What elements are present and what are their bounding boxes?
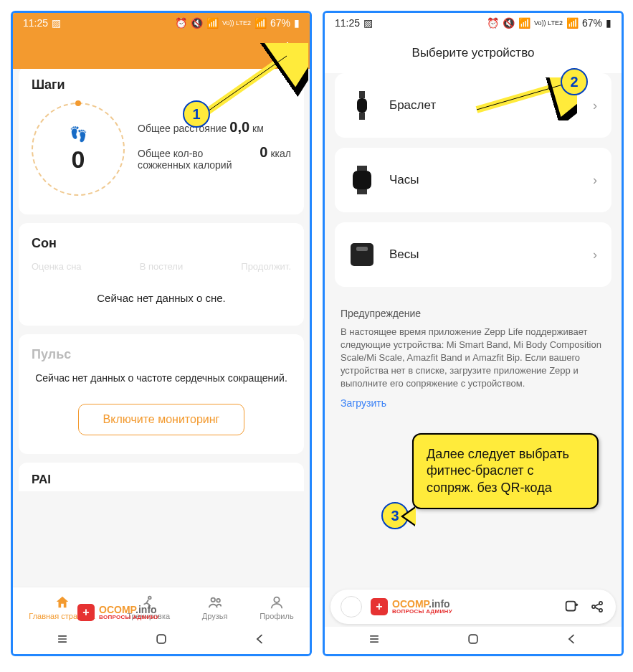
svg-line-35 (477, 85, 563, 110)
svg-point-3 (211, 597, 215, 602)
annotation-callout: Далее следует выбрать фитнес-браслет с с… (412, 433, 599, 509)
pulse-card[interactable]: Пульс Сейчас нет данных о частоте сердеч… (19, 334, 304, 454)
svg-rect-9 (157, 635, 166, 643)
warning-block: Предупреждение В настоящее время приложе… (325, 297, 622, 420)
mute-icon: 🔇 (191, 17, 203, 29)
ocomp-watermark: + OCOMP.info ВОПРОСЫ АДМИНУ (371, 598, 554, 615)
wifi-icon: 📶 (518, 17, 530, 29)
battery-text: 67% (270, 17, 290, 29)
home-button[interactable] (154, 632, 168, 649)
svg-rect-16 (351, 243, 373, 266)
ocomp-plus-icon: + (371, 598, 388, 615)
sleep-no-data: Сейчас нет данных о сне. (32, 292, 291, 304)
warning-title: Предупреждение (341, 307, 606, 321)
ocomp-sub: ВОПРОСЫ АДМИНУ (99, 615, 159, 620)
home-button[interactable] (466, 632, 480, 649)
signal-icon: 📶 (254, 17, 267, 29)
svg-rect-18 (566, 602, 576, 611)
status-time: 11:25 (23, 17, 48, 29)
sleep-card[interactable]: Сон Оценка сна В постели Продолжит. Сейч… (19, 223, 304, 326)
share-button[interactable] (589, 600, 606, 614)
calories-unit: ккал (270, 148, 291, 159)
chevron-right-icon: › (593, 98, 597, 113)
svg-point-2 (148, 596, 151, 599)
download-link[interactable]: Загрузить (341, 397, 606, 411)
steps-progress-circle: 👣 0 (32, 103, 125, 196)
scale-icon (349, 238, 375, 271)
pai-title: PAI (32, 473, 51, 486)
recent-apps-button[interactable] (55, 632, 70, 649)
battery-text: 67% (582, 17, 602, 29)
svg-line-32 (208, 56, 287, 111)
ocomp-plus-icon: + (77, 604, 95, 621)
sleep-duration-label: Продолжит. (241, 261, 291, 272)
home-icon (54, 595, 70, 610)
svg-point-4 (216, 598, 220, 602)
alarm-icon: ⏰ (175, 17, 187, 29)
battery-icon: ▮ (294, 17, 300, 29)
distance-unit: км (252, 123, 264, 134)
pulse-no-data: Сейчас нет данных о частоте сердечных со… (32, 372, 291, 384)
calories-label: Общее кол-во сожженных калорий (138, 148, 257, 171)
add-tab-button[interactable] (563, 599, 580, 615)
browser-bar: + OCOMP.info ВОПРОСЫ АДМИНУ (330, 590, 616, 624)
svg-point-5 (274, 597, 279, 602)
system-nav (325, 627, 622, 654)
nav-friends-label: Друзья (202, 612, 228, 620)
image-icon: ▨ (52, 17, 61, 29)
pulse-title: Пульс (32, 347, 291, 362)
nav-friends[interactable]: Друзья (202, 595, 228, 620)
distance-label: Общее расстояние (138, 123, 227, 134)
band-icon (349, 89, 375, 122)
signal-icon: 📶 (566, 17, 579, 29)
status-bar: 11:25 ▨ ⏰ 🔇 📶 Vo)) LTE2 📶 67% ▮ (13, 13, 310, 33)
sleep-score-label: Оценка сна (32, 261, 82, 272)
ocomp-watermark: + OCOMP.info ВОПРОСЫ АДМИНУ (77, 604, 159, 621)
back-button[interactable] (565, 632, 579, 649)
annotation-badge-1: 1 (183, 100, 210, 128)
svg-rect-11 (357, 98, 367, 113)
svg-rect-13 (357, 166, 367, 171)
sleep-title: Сон (32, 236, 291, 251)
image-icon: ▨ (363, 17, 373, 29)
svg-rect-14 (353, 171, 371, 189)
pai-card[interactable]: PAI (19, 463, 304, 491)
status-bar-right: 11:25 ▨ ⏰ 🔇 📶 Vo)) LTE2 📶 67% ▮ (325, 13, 622, 33)
svg-rect-29 (469, 635, 477, 643)
mute-icon: 🔇 (503, 17, 515, 29)
calories-value: 0 (260, 144, 267, 161)
enable-monitoring-button[interactable]: Включите мониторинг (78, 404, 245, 435)
battery-icon: ▮ (606, 17, 611, 29)
svg-rect-10 (359, 91, 365, 98)
friends-icon (207, 595, 223, 610)
svg-rect-17 (356, 247, 368, 251)
device-scale-label: Весы (389, 247, 579, 262)
annotation-badge-2: 2 (561, 68, 588, 95)
svg-line-25 (595, 607, 600, 610)
device-scale[interactable]: Весы › (335, 222, 611, 287)
back-button[interactable] (253, 632, 267, 649)
network-label: Vo)) LTE2 (222, 19, 251, 27)
warning-text: В настоящее время приложение Zepp Life п… (341, 326, 606, 391)
site-favicon[interactable] (341, 596, 362, 617)
system-nav (13, 627, 310, 654)
select-device-title: Выберите устройство (325, 33, 622, 73)
svg-line-24 (595, 604, 600, 606)
profile-icon (269, 595, 285, 610)
footsteps-icon: 👣 (70, 126, 87, 143)
status-time: 11:25 (335, 17, 360, 29)
recent-apps-button[interactable] (367, 632, 381, 649)
sleep-bed-label: В постели (140, 261, 184, 272)
annotation-arrow-2 (462, 77, 577, 120)
ocomp-sub: ВОПРОСЫ АДМИНУ (392, 609, 452, 615)
svg-rect-12 (359, 113, 365, 120)
nav-profile[interactable]: Профиль (260, 595, 294, 620)
bottom-nav: Главная страница Тренировка Друзья Профи… (13, 587, 310, 627)
nav-profile-label: Профиль (260, 612, 294, 620)
device-watch-label: Часы (389, 173, 579, 187)
device-watch[interactable]: Часы › (335, 148, 611, 212)
annotation-arrow-1 (201, 43, 308, 122)
steps-count: 0 (72, 146, 85, 174)
chevron-right-icon: › (593, 173, 597, 188)
chevron-right-icon: › (593, 247, 597, 262)
